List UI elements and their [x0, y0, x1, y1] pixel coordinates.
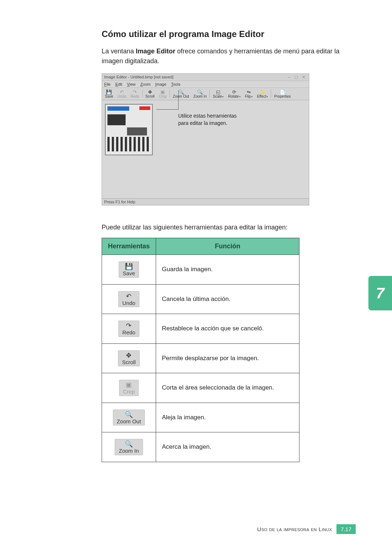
- table-row: ▣CropCorta el área seleccionada de la im…: [102, 373, 299, 403]
- chapter-tab: 7: [368, 276, 392, 310]
- crop-icon: ▣: [126, 382, 132, 389]
- window-control-buttons[interactable]: – ▢ ✕: [288, 75, 307, 80]
- section-heading: Cómo utilizar el programa Image Editor: [102, 29, 356, 39]
- table-row: 💾SaveGuarda la imagen.: [102, 255, 299, 285]
- tool-function-cell: Aleja la imagen.: [156, 403, 299, 432]
- table-row: ✥ScrollPermite desplazarse por la imagen…: [102, 343, 299, 373]
- crop-icon: ▣: [159, 89, 166, 94]
- tool-chip-label: Save: [123, 270, 135, 277]
- window-title: Image Editor - Untitled.bmp [not saved]: [104, 75, 173, 80]
- tool-chip-undo[interactable]: ↶Undo: [118, 291, 139, 307]
- scroll-icon: ✥: [126, 352, 131, 359]
- menu-file[interactable]: FFileile: [104, 82, 111, 86]
- toolbar-zoom-in[interactable]: 🔍Zoom In: [191, 89, 209, 98]
- toolbar-effect[interactable]: ✨Effect▾: [255, 89, 270, 98]
- chevron-down-icon: ▾: [251, 95, 253, 98]
- zoom-out-icon: 🔍: [125, 411, 133, 419]
- toolbar-crop[interactable]: ▣Crop: [157, 89, 169, 98]
- annotation-text: Utilice estas herramientas para editar l…: [178, 113, 244, 127]
- annotation-leader-line: [156, 109, 178, 110]
- zoom-out-icon: 🔍: [178, 89, 184, 94]
- image-thumbnail: [105, 104, 153, 155]
- zoom-in-icon: 🔍: [197, 89, 203, 94]
- rotate-icon: ⟳: [231, 89, 238, 94]
- tool-icon-cell: 🔍Zoom In: [102, 432, 156, 462]
- intro-text-bold: Image Editor: [136, 48, 175, 55]
- scale-icon: ◱: [215, 89, 221, 94]
- tool-icon-cell: ✥Scroll: [102, 343, 156, 373]
- effect-icon: ✨: [259, 89, 266, 94]
- tool-icon-cell: ↷Redo: [102, 314, 156, 344]
- tool-function-cell: Corta el área seleccionada de la imagen.: [156, 373, 299, 403]
- tool-chip-label: Undo: [122, 300, 135, 306]
- tool-chip-zoom-in[interactable]: 🔍Zoom In: [115, 439, 143, 455]
- tool-function-cell: Restablece la acción que se canceló.: [156, 314, 299, 344]
- properties-icon: 📄: [279, 89, 286, 94]
- toolbar-properties[interactable]: 📄Properties: [272, 89, 293, 98]
- tool-function-cell: Acerca la imagen.: [156, 432, 299, 462]
- menu-image[interactable]: Image: [155, 82, 167, 86]
- menu-view[interactable]: View: [127, 82, 136, 86]
- table-header-tool: Herramientas: [102, 238, 156, 255]
- tool-icon-cell: 🔍Zoom Out: [102, 403, 156, 432]
- toolbar: 💾Save ↶Undo ↷Redo ✥Scroll ▣Crop 🔍Zoom Ou…: [102, 88, 309, 100]
- footer-text: Uso de la impresora en Linux: [257, 526, 332, 532]
- chevron-down-icon: ▾: [239, 95, 241, 98]
- tool-chip-scroll[interactable]: ✥Scroll: [118, 350, 140, 367]
- intro-text-pre: La ventana: [102, 48, 136, 55]
- toolbar-redo[interactable]: ↷Redo: [128, 89, 142, 98]
- undo-icon: ↶: [119, 89, 125, 94]
- zoom-in-icon: 🔍: [125, 441, 133, 448]
- statusbar: Press F1 for Help: [102, 199, 309, 205]
- tool-chip-zoom-out[interactable]: 🔍Zoom Out: [113, 410, 145, 426]
- canvas-area[interactable]: Utilice estas herramientas para editar l…: [102, 100, 309, 199]
- tools-table: Herramientas Función 💾SaveGuarda la imag…: [102, 238, 299, 462]
- toolbar-scale[interactable]: ◱Scale▾: [211, 89, 226, 98]
- toolbar-save[interactable]: 💾Save: [103, 89, 115, 98]
- menu-tools[interactable]: Tools: [171, 82, 180, 86]
- page-number: 7.17: [336, 524, 356, 534]
- tool-chip-label: Crop: [123, 389, 135, 395]
- tools-intro-text: Puede utilizar las siguientes herramient…: [102, 224, 356, 231]
- undo-icon: ↶: [126, 293, 131, 300]
- image-editor-window: Image Editor - Untitled.bmp [not saved] …: [102, 73, 309, 205]
- toolbar-flip[interactable]: ⇋Flip▾: [243, 89, 255, 98]
- tool-chip-label: Redo: [122, 330, 135, 336]
- tool-function-cell: Permite desplazarse por la imagen.: [156, 343, 299, 373]
- tool-icon-cell: 💾Save: [102, 255, 156, 285]
- tool-function-cell: Cancela la última acción.: [156, 284, 299, 314]
- tool-chip-label: Zoom Out: [117, 419, 141, 425]
- tool-chip-crop[interactable]: ▣Crop: [119, 380, 139, 396]
- tool-chip-save[interactable]: 💾Save: [119, 261, 139, 278]
- table-row: 🔍Zoom OutAleja la imagen.: [102, 403, 299, 432]
- chevron-down-icon: ▾: [266, 95, 268, 98]
- tool-icon-cell: ▣Crop: [102, 373, 156, 403]
- scroll-icon: ✥: [147, 89, 153, 94]
- save-icon: 💾: [125, 263, 133, 270]
- redo-icon: ↷: [126, 322, 131, 330]
- tool-chip-redo[interactable]: ↷Redo: [118, 321, 139, 337]
- tool-function-cell: Guarda la imagen.: [156, 255, 299, 285]
- toolbar-scroll[interactable]: ✥Scroll: [143, 89, 157, 98]
- redo-icon: ↷: [132, 89, 138, 94]
- menu-edit[interactable]: Edit: [115, 82, 122, 86]
- toolbar-undo[interactable]: ↶Undo: [115, 89, 128, 98]
- tool-icon-cell: ↶Undo: [102, 284, 156, 314]
- toolbar-zoom-out[interactable]: 🔍Zoom Out: [171, 89, 191, 98]
- table-row: ↶UndoCancela la última acción.: [102, 284, 299, 314]
- chevron-down-icon: ▾: [222, 95, 224, 98]
- toolbar-rotate[interactable]: ⟳Rotate▾: [226, 89, 242, 98]
- flip-icon: ⇋: [246, 89, 252, 94]
- window-titlebar: Image Editor - Untitled.bmp [not saved] …: [102, 74, 309, 81]
- menubar: FFileile Edit View Zoom Image Tools: [102, 81, 309, 88]
- tool-chip-label: Zoom In: [119, 448, 139, 454]
- menu-zoom[interactable]: Zoom: [140, 82, 151, 86]
- save-icon: 💾: [106, 89, 112, 94]
- table-row: ↷RedoRestablece la acción que se canceló…: [102, 314, 299, 344]
- table-header-func: Función: [156, 238, 299, 255]
- intro-paragraph: La ventana Image Editor ofrece comandos …: [102, 46, 356, 66]
- page-footer: Uso de la impresora en Linux 7.17: [257, 524, 356, 534]
- table-row: 🔍Zoom InAcerca la imagen.: [102, 432, 299, 462]
- tool-chip-label: Scroll: [122, 359, 136, 366]
